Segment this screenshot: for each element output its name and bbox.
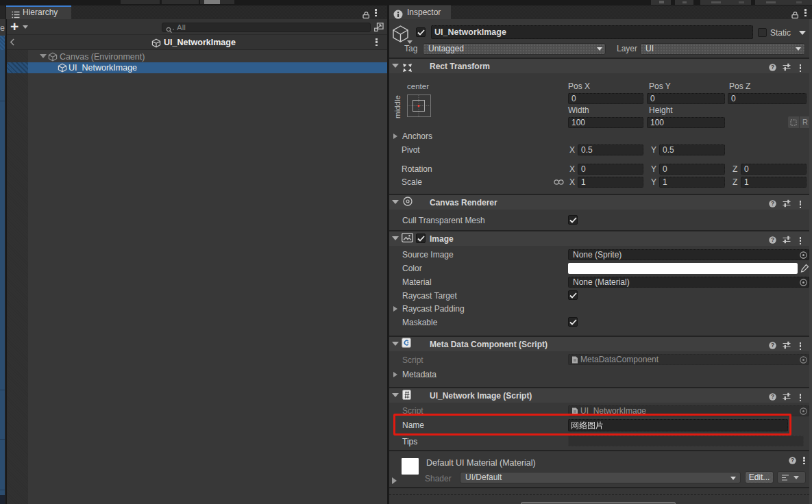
svg-text:?: ?	[791, 457, 794, 464]
svg-text:?: ?	[771, 64, 774, 71]
svg-text:?: ?	[771, 236, 774, 243]
svg-text:?: ?	[771, 393, 774, 400]
svg-text:?: ?	[771, 342, 774, 349]
svg-text:?: ?	[771, 200, 774, 207]
